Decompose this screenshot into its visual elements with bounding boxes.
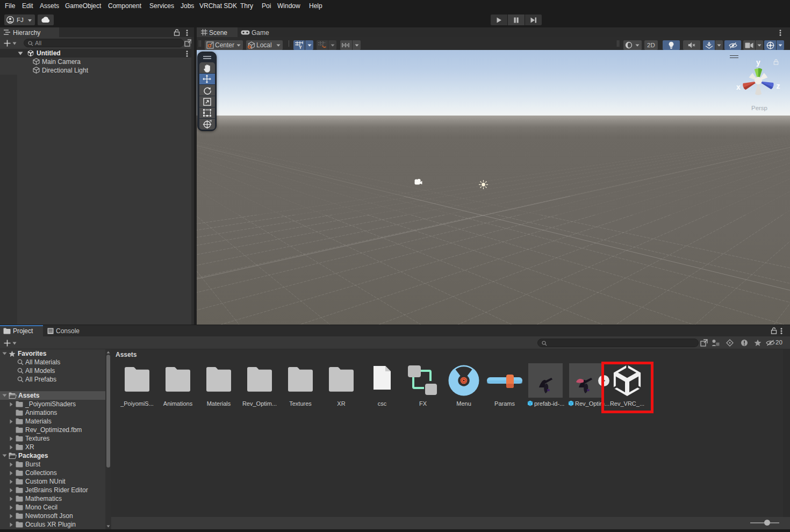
svg-text:z: z <box>777 82 780 90</box>
svg-text:x: x <box>736 83 741 91</box>
svg-text:Y: Y <box>299 45 302 49</box>
svg-text:y: y <box>756 58 760 67</box>
svg-text:Persp: Persp <box>751 105 767 111</box>
